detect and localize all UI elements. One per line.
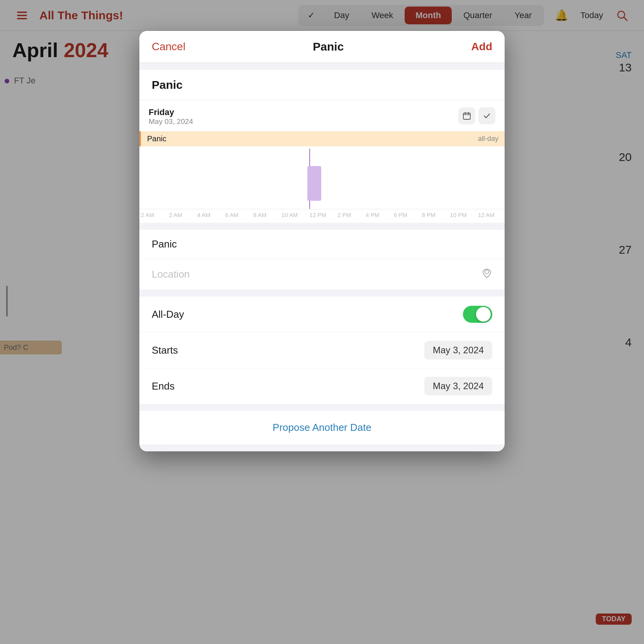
time-labels: 2 AM 2 AM 4 AM 6 AM 8 AM 10 AM 12 PM 2 P… [139,209,505,218]
time-label-2am-2: 2 AM [168,212,196,218]
allday-toggle-row: All-Day [139,297,505,332]
ends-row: Ends May 3, 2024 [139,368,505,404]
cal-preview-icons [458,107,495,124]
section-gap-1 [139,63,505,70]
title-field-row [139,230,505,259]
form-section: Location [139,230,505,290]
section-gap-5 [139,444,505,451]
time-label-10pm: 10 PM [448,212,476,218]
section-gap-2 [139,223,505,230]
modal-title: Panic [313,40,344,53]
modal-header: Cancel Panic Add [139,31,505,63]
allday-event-text: Panic [147,134,166,143]
time-label-8am: 8 AM [252,212,280,218]
cancel-button[interactable]: Cancel [152,41,185,53]
section-gap-4 [139,404,505,411]
time-label-12pm: 12 PM [308,212,336,218]
event-modal: Cancel Panic Add Panic Friday May 03, 20… [139,31,505,451]
cal-preview-date: Friday May 03, 2024 [149,107,193,126]
ends-label: Ends [152,380,424,392]
time-label-6pm: 6 PM [392,212,420,218]
time-label-8pm: 8 PM [420,212,449,218]
timeline-grid: 2 AM 2 AM 4 AM 6 AM 8 AM 10 AM 12 PM 2 P… [139,149,505,218]
location-placeholder: Location [152,268,481,280]
allday-toggle[interactable] [463,306,492,323]
calendar-view-icon[interactable] [458,107,475,124]
cal-preview-header: Friday May 03, 2024 [139,100,505,129]
timeline-event-block [307,166,321,201]
checkmark-icon[interactable] [478,107,495,124]
time-label-6am: 6 AM [224,212,252,218]
ends-date-badge[interactable]: May 3, 2024 [424,377,492,395]
time-label-2pm: 2 PM [336,212,364,218]
add-button[interactable]: Add [471,41,492,53]
svg-rect-5 [463,113,470,119]
starts-row: Starts May 3, 2024 [139,332,505,368]
calendar-preview-section: Friday May 03, 2024 [139,100,505,223]
time-label-12am: 12 AM [476,212,505,218]
modal-overlay: Cancel Panic Add Panic Friday May 03, 20… [0,0,644,644]
time-label-4am: 4 AM [196,212,224,218]
event-title-section: Panic [139,70,505,100]
location-field-row: Location [139,259,505,290]
time-label-2am-1: 2 AM [139,212,168,218]
starts-date-badge[interactable]: May 3, 2024 [424,341,492,359]
toggle-section: All-Day Starts May 3, 2024 Ends May 3, 2… [139,297,505,404]
section-gap-3 [139,290,505,297]
allday-bar: Panic all-day [139,131,505,146]
date-string: May 03, 2024 [149,117,193,126]
title-input[interactable] [152,238,492,250]
allday-toggle-label: All-Day [152,308,463,320]
event-title-text: Panic [152,78,492,92]
svg-point-9 [485,270,489,274]
toggle-knob [476,307,491,322]
day-name: Friday [149,107,193,117]
propose-section: Propose Another Date [139,411,505,444]
starts-label: Starts [152,344,424,356]
location-pin-icon [481,268,492,281]
propose-date-button[interactable]: Propose Another Date [273,422,371,434]
time-label-10am: 10 AM [280,212,308,218]
time-label-4pm: 4 PM [364,212,392,218]
allday-label: all-day [478,135,498,143]
